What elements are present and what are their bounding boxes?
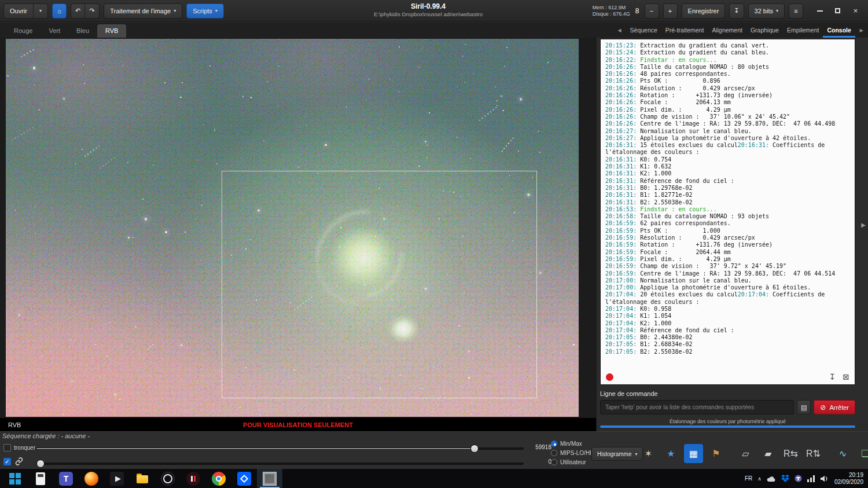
tab-console[interactable]: Console: [823, 23, 855, 38]
tab-bleu[interactable]: Bleu: [68, 24, 97, 38]
windows-taskbar: FR ∧ 20:19 02/09/2020: [0, 469, 868, 488]
taskbar-player[interactable]: [181, 469, 206, 488]
chevron-down-icon: ▾: [776, 8, 778, 13]
panel-expander-icon[interactable]: ▶: [861, 222, 866, 228]
taskbar-start[interactable]: [2, 469, 28, 488]
truncate-label: tronquer: [14, 445, 35, 451]
mode-utilisateur[interactable]: Utilisateur: [551, 458, 591, 466]
tab-alignement[interactable]: Alignement: [708, 23, 746, 38]
redo-button[interactable]: ↷: [85, 3, 100, 19]
maximize-button[interactable]: [829, 3, 847, 19]
network-signal-icon[interactable]: [807, 475, 815, 482]
stop-button[interactable]: ⊘Arrêter: [814, 400, 855, 414]
command-input[interactable]: [600, 400, 794, 414]
false-color-button[interactable]: ▰: [759, 444, 778, 463]
display-mode-select[interactable]: Histogramme▾: [591, 447, 643, 461]
bit-depth-select[interactable]: 32 bits▾: [748, 3, 785, 19]
main-area: RVB POUR VISUALISATION SEULEMENT 20:15:2…: [0, 38, 868, 431]
resources-indicator: Mem : 612.9M Disque : 676.4G: [593, 5, 630, 17]
taskbar-dropbox[interactable]: [231, 469, 257, 488]
histogram-curve-button[interactable]: ∿: [833, 444, 852, 463]
taskbar-obs[interactable]: [155, 469, 181, 488]
teams-tray-icon[interactable]: [795, 475, 802, 482]
console-line: 20:17:04: K2: 1.000: [605, 320, 850, 327]
mode-min-max[interactable]: Min/Max: [551, 440, 591, 447]
truncate-checkbox[interactable]: [3, 444, 11, 452]
mirror-y-button[interactable]: R⇅: [804, 444, 823, 463]
start-icon: [8, 471, 23, 486]
siril-window: Ouvrir ▾ ⌂ ↶ ↷ Traitement de l'image▾ Sc…: [0, 0, 868, 488]
slider-handle[interactable]: [36, 460, 45, 468]
console-line: 20:17:04: Référence de fond du ciel :: [605, 327, 850, 334]
tab-vert[interactable]: Vert: [41, 24, 68, 38]
taskbar-teams[interactable]: [53, 469, 79, 488]
dynamic-psf-button[interactable]: ★: [661, 444, 681, 463]
clear-log-button[interactable]: ⊠: [843, 372, 849, 381]
hamburger-menu-button[interactable]: ≡: [789, 3, 803, 19]
disk-space: Disque : 676.4G: [593, 11, 630, 17]
tab-graphique[interactable]: Graphique: [746, 23, 783, 38]
undo-button[interactable]: ↶: [71, 3, 85, 19]
panel-tabs: SéquencePré-traitementAlignementGraphiqu…: [626, 23, 855, 38]
record-indicator-icon[interactable]: [606, 373, 613, 381]
low-level-slider[interactable]: [36, 463, 524, 465]
command-list-button[interactable]: ▤: [797, 400, 811, 414]
mode-mips-lo-hi[interactable]: MIPS-LO/HI: [551, 449, 591, 457]
astrometry-button[interactable]: ✶: [639, 444, 658, 463]
command-row: ▤ ⊘Arrêter: [600, 400, 855, 414]
close-button[interactable]: ×: [847, 3, 865, 19]
home-icon: ⌂: [57, 8, 61, 14]
taskbar-clock[interactable]: 20:19 02/09/2020: [834, 472, 863, 486]
tab-rouge[interactable]: Rouge: [6, 24, 41, 38]
increment-button[interactable]: +: [663, 3, 678, 19]
decrement-button[interactable]: −: [645, 3, 659, 19]
date: 02/09/2020: [834, 479, 863, 486]
link-channels-checkbox[interactable]: ✓: [3, 458, 11, 465]
chevron-down-icon: ▾: [215, 8, 218, 13]
hamburger-icon: ≡: [794, 8, 797, 14]
sequence-frames-button[interactable]: ❏: [856, 444, 868, 463]
onedrive-cloud-icon[interactable]: [767, 475, 776, 482]
console-line: 20:16:59: Pixel dim. : 4.29 µm: [605, 256, 850, 263]
minimize-button[interactable]: [811, 3, 829, 19]
scripts-menu-button[interactable]: Scripts▾: [186, 3, 224, 19]
save-button[interactable]: Enregistrer: [682, 3, 726, 19]
volume-icon[interactable]: [821, 475, 829, 482]
taskbar-siril[interactable]: [257, 469, 282, 488]
taskbar-media[interactable]: [104, 469, 130, 488]
open-recent-button[interactable]: ▾: [34, 3, 48, 19]
tabs-scroll-right-icon[interactable]: ▶: [855, 28, 868, 33]
high-level-slider[interactable]: [36, 447, 524, 450]
taskbar-chrome[interactable]: [206, 469, 231, 488]
negative-view-button[interactable]: ▱: [736, 444, 755, 463]
grid-overlay-button[interactable]: ▦: [684, 444, 703, 463]
console-log[interactable]: 20:15:23: Extraction du gradient du cana…: [601, 39, 855, 369]
taskbar-firefox[interactable]: [79, 469, 104, 488]
low-level-value: 0: [524, 458, 551, 465]
taskbar-calculator[interactable]: [28, 469, 53, 488]
annotations-button[interactable]: ⚑: [707, 444, 726, 463]
mirror-x-button[interactable]: R⇆: [781, 444, 800, 463]
image-canvas[interactable]: [6, 39, 579, 417]
open-button[interactable]: Ouvrir: [3, 3, 34, 19]
dropbox-tray-icon[interactable]: [781, 475, 789, 482]
save-as-button[interactable]: ↧: [729, 3, 744, 19]
chevron-down-icon: ▾: [39, 8, 42, 13]
console-line: 20:16:58: Taille du catalogue NOMAD : 93…: [605, 213, 850, 220]
player-icon: [186, 472, 200, 486]
tab-rvb[interactable]: RVB: [97, 24, 126, 38]
tab-pre-traitement[interactable]: Pré-traitement: [661, 23, 708, 38]
home-button[interactable]: ⌂: [52, 3, 67, 19]
minimize-icon: [817, 10, 823, 12]
tab-sequence[interactable]: Séquence: [626, 23, 661, 38]
tray-expand-icon[interactable]: ∧: [757, 476, 762, 482]
dropbox-icon: [237, 472, 251, 486]
language-indicator[interactable]: FR: [745, 475, 752, 482]
image-processing-menu-button[interactable]: Traitement de l'image▾: [104, 3, 182, 19]
export-log-button[interactable]: ↧: [829, 372, 836, 381]
tab-empilement[interactable]: Empilement: [783, 23, 823, 38]
selection-rectangle[interactable]: [222, 171, 537, 398]
tabs-scroll-left-icon[interactable]: ◀: [613, 28, 626, 33]
slider-handle[interactable]: [470, 445, 479, 453]
taskbar-explorer[interactable]: [130, 469, 155, 488]
